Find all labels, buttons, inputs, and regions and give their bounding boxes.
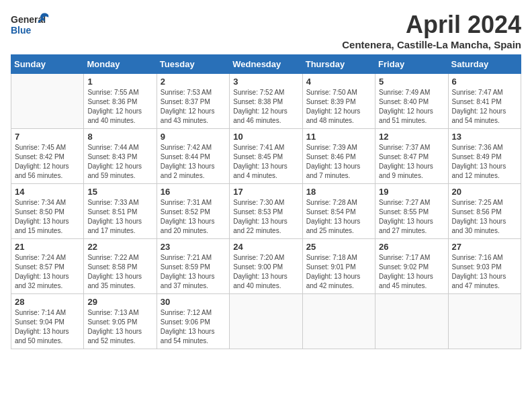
calendar-cell: 8Sunrise: 7:44 AM Sunset: 8:43 PM Daylig… <box>84 129 157 184</box>
day-info: Sunrise: 7:24 AM Sunset: 8:57 PM Dayligh… <box>15 253 80 291</box>
day-info: Sunrise: 7:53 AM Sunset: 8:37 PM Dayligh… <box>161 88 226 126</box>
calendar-week-row: 7Sunrise: 7:45 AM Sunset: 8:42 PM Daylig… <box>11 129 521 184</box>
day-info: Sunrise: 7:45 AM Sunset: 8:42 PM Dayligh… <box>15 143 80 181</box>
day-number: 11 <box>306 132 371 142</box>
day-info: Sunrise: 7:12 AM Sunset: 9:06 PM Dayligh… <box>161 308 226 346</box>
day-info: Sunrise: 7:22 AM Sunset: 8:58 PM Dayligh… <box>87 253 152 291</box>
day-number: 14 <box>15 187 80 197</box>
day-number: 16 <box>161 187 226 197</box>
calendar-cell: 30Sunrise: 7:12 AM Sunset: 9:06 PM Dayli… <box>157 294 229 349</box>
day-number: 17 <box>233 187 298 197</box>
calendar-cell: 7Sunrise: 7:45 AM Sunset: 8:42 PM Daylig… <box>11 129 84 184</box>
month-year-title: April 2024 <box>342 11 521 39</box>
day-number: 23 <box>161 242 226 252</box>
calendar-cell: 16Sunrise: 7:31 AM Sunset: 8:52 PM Dayli… <box>157 184 229 239</box>
day-info: Sunrise: 7:47 AM Sunset: 8:41 PM Dayligh… <box>452 88 517 126</box>
calendar-cell: 22Sunrise: 7:22 AM Sunset: 8:58 PM Dayli… <box>84 239 157 294</box>
day-number: 24 <box>233 242 298 252</box>
calendar-cell: 29Sunrise: 7:13 AM Sunset: 9:05 PM Dayli… <box>84 294 157 349</box>
day-number: 30 <box>161 297 226 307</box>
calendar-cell: 13Sunrise: 7:36 AM Sunset: 8:49 PM Dayli… <box>448 129 521 184</box>
day-info: Sunrise: 7:50 AM Sunset: 8:39 PM Dayligh… <box>306 88 371 126</box>
weekday-header-friday: Friday <box>375 55 448 74</box>
day-number: 13 <box>452 132 517 142</box>
calendar-cell: 9Sunrise: 7:42 AM Sunset: 8:44 PM Daylig… <box>157 129 229 184</box>
day-info: Sunrise: 7:42 AM Sunset: 8:44 PM Dayligh… <box>161 143 226 181</box>
day-number: 9 <box>161 132 226 142</box>
day-number: 28 <box>15 297 80 307</box>
day-info: Sunrise: 7:44 AM Sunset: 8:43 PM Dayligh… <box>87 143 152 181</box>
day-number: 22 <box>87 242 152 252</box>
calendar-cell: 5Sunrise: 7:49 AM Sunset: 8:40 PM Daylig… <box>375 74 448 129</box>
weekday-header-row: SundayMondayTuesdayWednesdayThursdayFrid… <box>11 55 521 74</box>
calendar-table: SundayMondayTuesdayWednesdayThursdayFrid… <box>11 54 521 349</box>
day-info: Sunrise: 7:30 AM Sunset: 8:53 PM Dayligh… <box>233 198 298 236</box>
day-number: 18 <box>306 187 371 197</box>
day-number: 27 <box>452 242 517 252</box>
day-info: Sunrise: 7:34 AM Sunset: 8:50 PM Dayligh… <box>15 198 80 236</box>
day-number: 20 <box>452 187 517 197</box>
day-info: Sunrise: 7:20 AM Sunset: 9:00 PM Dayligh… <box>233 253 298 291</box>
day-number: 25 <box>306 242 371 252</box>
calendar-cell: 19Sunrise: 7:27 AM Sunset: 8:55 PM Dayli… <box>375 184 448 239</box>
day-number: 5 <box>379 77 444 87</box>
day-number: 29 <box>87 297 152 307</box>
calendar-cell: 24Sunrise: 7:20 AM Sunset: 9:00 PM Dayli… <box>230 239 302 294</box>
day-number: 12 <box>379 132 444 142</box>
day-info: Sunrise: 7:18 AM Sunset: 9:01 PM Dayligh… <box>306 253 371 291</box>
location-subtitle: Centenera, Castille-La Mancha, Spain <box>342 39 521 50</box>
calendar-cell: 27Sunrise: 7:16 AM Sunset: 9:03 PM Dayli… <box>448 239 521 294</box>
day-info: Sunrise: 7:16 AM Sunset: 9:03 PM Dayligh… <box>452 253 517 291</box>
calendar-cell: 12Sunrise: 7:37 AM Sunset: 8:47 PM Dayli… <box>375 129 448 184</box>
day-number: 6 <box>452 77 517 87</box>
day-info: Sunrise: 7:52 AM Sunset: 8:38 PM Dayligh… <box>233 88 298 126</box>
day-number: 2 <box>161 77 226 87</box>
calendar-cell: 1Sunrise: 7:55 AM Sunset: 8:36 PM Daylig… <box>84 74 157 129</box>
weekday-header-tuesday: Tuesday <box>157 55 229 74</box>
day-info: Sunrise: 7:36 AM Sunset: 8:49 PM Dayligh… <box>452 143 517 181</box>
calendar-cell: 11Sunrise: 7:39 AM Sunset: 8:46 PM Dayli… <box>302 129 375 184</box>
calendar-cell <box>230 294 302 349</box>
day-info: Sunrise: 7:39 AM Sunset: 8:46 PM Dayligh… <box>306 143 371 181</box>
calendar-cell: 10Sunrise: 7:41 AM Sunset: 8:45 PM Dayli… <box>230 129 302 184</box>
calendar-cell <box>375 294 448 349</box>
calendar-cell: 17Sunrise: 7:30 AM Sunset: 8:53 PM Dayli… <box>230 184 302 239</box>
day-number: 10 <box>233 132 298 142</box>
day-info: Sunrise: 7:27 AM Sunset: 8:55 PM Dayligh… <box>379 198 444 236</box>
day-info: Sunrise: 7:28 AM Sunset: 8:54 PM Dayligh… <box>306 198 371 236</box>
calendar-cell <box>302 294 375 349</box>
calendar-cell: 23Sunrise: 7:21 AM Sunset: 8:59 PM Dayli… <box>157 239 229 294</box>
calendar-cell: 3Sunrise: 7:52 AM Sunset: 8:38 PM Daylig… <box>230 74 302 129</box>
calendar-cell: 18Sunrise: 7:28 AM Sunset: 8:54 PM Dayli… <box>302 184 375 239</box>
logo-area: General Blue <box>11 11 51 44</box>
day-info: Sunrise: 7:21 AM Sunset: 8:59 PM Dayligh… <box>161 253 226 291</box>
day-number: 19 <box>379 187 444 197</box>
day-info: Sunrise: 7:33 AM Sunset: 8:51 PM Dayligh… <box>87 198 152 236</box>
calendar-cell <box>448 294 521 349</box>
day-info: Sunrise: 7:49 AM Sunset: 8:40 PM Dayligh… <box>379 88 444 126</box>
weekday-header-monday: Monday <box>84 55 157 74</box>
day-info: Sunrise: 7:55 AM Sunset: 8:36 PM Dayligh… <box>87 88 152 126</box>
day-info: Sunrise: 7:13 AM Sunset: 9:05 PM Dayligh… <box>87 308 152 346</box>
day-info: Sunrise: 7:17 AM Sunset: 9:02 PM Dayligh… <box>379 253 444 291</box>
day-number: 26 <box>379 242 444 252</box>
calendar-week-row: 1Sunrise: 7:55 AM Sunset: 8:36 PM Daylig… <box>11 74 521 129</box>
calendar-week-row: 14Sunrise: 7:34 AM Sunset: 8:50 PM Dayli… <box>11 184 521 239</box>
day-number: 15 <box>87 187 152 197</box>
day-info: Sunrise: 7:31 AM Sunset: 8:52 PM Dayligh… <box>161 198 226 236</box>
weekday-header-sunday: Sunday <box>11 55 84 74</box>
weekday-header-thursday: Thursday <box>302 55 375 74</box>
weekday-header-saturday: Saturday <box>448 55 521 74</box>
calendar-cell: 15Sunrise: 7:33 AM Sunset: 8:51 PM Dayli… <box>84 184 157 239</box>
calendar-cell <box>11 74 84 129</box>
header: General Blue April 2024 Centenera, Casti… <box>11 11 521 50</box>
logo: General Blue <box>11 11 51 44</box>
day-number: 21 <box>15 242 80 252</box>
day-info: Sunrise: 7:41 AM Sunset: 8:45 PM Dayligh… <box>233 143 298 181</box>
day-number: 8 <box>87 132 152 142</box>
title-area: April 2024 Centenera, Castille-La Mancha… <box>342 11 521 50</box>
calendar-cell: 26Sunrise: 7:17 AM Sunset: 9:02 PM Dayli… <box>375 239 448 294</box>
weekday-header-wednesday: Wednesday <box>230 55 302 74</box>
calendar-cell: 21Sunrise: 7:24 AM Sunset: 8:57 PM Dayli… <box>11 239 84 294</box>
calendar-week-row: 21Sunrise: 7:24 AM Sunset: 8:57 PM Dayli… <box>11 239 521 294</box>
